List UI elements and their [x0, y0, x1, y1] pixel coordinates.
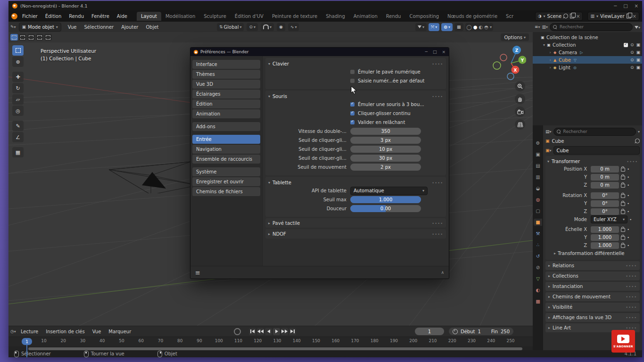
tool-select-box[interactable]: [12, 45, 24, 56]
shading-dropdown-icon[interactable]: ▾: [490, 25, 492, 29]
properties-tab-scene[interactable]: ◒: [534, 185, 542, 192]
panel-chemins-de-mouvement[interactable]: ▸Chemins de mouvement∙∙∙∙: [545, 292, 640, 301]
tool-transform[interactable]: ◎: [12, 106, 24, 116]
expand-chevron-icon[interactable]: ▾: [542, 43, 546, 47]
tab-sculpture[interactable]: Sculpture: [199, 12, 231, 21]
snap-toggle[interactable]: ▾: [261, 23, 274, 31]
outliner-search-input[interactable]: [559, 24, 629, 30]
mouse-field-seuil-de-cliquer-gli[interactable]: 10 px: [350, 146, 421, 153]
disable-render-camera-icon[interactable]: ▣: [636, 58, 640, 62]
falloff-selector[interactable]: ∿▾: [288, 23, 299, 31]
unlock-icon[interactable]: [621, 168, 625, 172]
next-keyframe-button[interactable]: [281, 328, 288, 335]
pivot-selector[interactable]: ⊙▾: [247, 23, 258, 31]
tab-animation[interactable]: Animation: [349, 12, 382, 21]
menu-rendu[interactable]: Rendu: [65, 12, 88, 20]
panel-visibilite[interactable]: ▸Visibilité∙∙∙∙: [545, 303, 640, 312]
close-button[interactable]: ×: [442, 49, 446, 54]
unlock-icon[interactable]: [621, 194, 625, 198]
toggle-ortho-icon[interactable]: [515, 119, 525, 130]
select-mode-intersect[interactable]: [44, 34, 52, 41]
outliner-search[interactable]: [550, 23, 633, 31]
properties-tab-world[interactable]: ◍: [534, 196, 542, 203]
tablet-api-dropdown[interactable]: Automatique▾: [350, 187, 428, 195]
grip-icon[interactable]: ∙∙∙∙: [626, 263, 637, 268]
frame-range-widget[interactable]: Début 1 Fin 250: [449, 328, 513, 335]
timeline-menu-vue[interactable]: Vue: [89, 328, 105, 336]
animate-dot-icon[interactable]: ∙: [627, 243, 629, 247]
outliner-row-collection[interactable]: ▾▣Collection⊙▣: [533, 41, 642, 49]
grip-icon[interactable]: ∙∙∙∙: [432, 221, 443, 225]
animate-dot-icon[interactable]: ∙: [629, 217, 632, 222]
delta-transform-header[interactable]: ▸ Transformation différentielle: [547, 249, 638, 257]
hide-eye-icon[interactable]: ⊙: [630, 65, 634, 70]
properties-tab-view-layer[interactable]: ▥: [534, 173, 542, 181]
hide-eye-icon[interactable]: ⊙: [630, 42, 634, 47]
scroll-up-hint-icon[interactable]: ∧: [441, 270, 444, 275]
minimize-button[interactable]: ─: [425, 49, 428, 54]
grip-icon[interactable]: ∙∙∙∙: [627, 159, 638, 164]
visibility-filter-button[interactable]: ▾: [415, 23, 427, 31]
prefs-section-ndof[interactable]: ▸NDOF∙∙∙∙: [265, 229, 446, 239]
current-frame-field[interactable]: 1: [415, 328, 444, 335]
mouse-checkbox-valider-en-relachant[interactable]: [350, 120, 355, 124]
properties-tab-data[interactable]: ▽: [534, 275, 542, 282]
grip-icon[interactable]: ∙∙∙∙: [626, 315, 637, 320]
grip-icon[interactable]: ∙∙∙∙: [432, 62, 443, 66]
outliner-display-mode-icon[interactable]: ≡▾: [535, 25, 540, 29]
prefs-sidebar-entree[interactable]: Entrée: [192, 135, 260, 144]
panel-affichage-dans-la-vue-3d[interactable]: ▸Affichage dans la vue 3D∙∙∙∙: [545, 313, 640, 322]
properties-tab-particles[interactable]: ∴: [534, 241, 542, 248]
prefs-sidebar-navigation[interactable]: Navigation: [192, 145, 260, 154]
keyboard-checkbox-emuler-le-pave-numerique[interactable]: [350, 70, 355, 74]
properties-tab-output[interactable]: ▤: [534, 162, 542, 169]
tab-layout[interactable]: Layout: [137, 12, 161, 21]
grip-icon[interactable]: ∙∙∙∙: [626, 274, 637, 278]
pin-icon[interactable]: [562, 13, 569, 19]
prev-keyframe-button[interactable]: [257, 328, 264, 335]
transform-position-value[interactable]: 0 m: [591, 182, 619, 189]
auto-keying-record-icon[interactable]: [234, 328, 241, 335]
disable-render-camera-icon[interactable]: ▣: [636, 65, 640, 70]
pin-icon[interactable]: [634, 138, 641, 144]
tab-rendu[interactable]: Rendu: [382, 12, 405, 21]
menu-aide[interactable]: Aide: [113, 12, 131, 20]
prefs-sidebar-systeme[interactable]: Système: [192, 167, 260, 176]
disable-render-camera-icon[interactable]: ▣: [636, 42, 640, 47]
youtube-subscribe-badge[interactable]: S'ABONNER: [611, 330, 635, 353]
panel-relations[interactable]: ▸Relations∙∙∙∙: [545, 261, 640, 270]
transform-panel-header[interactable]: ▾ Transformer ∙∙∙∙: [547, 157, 638, 165]
minimize-button[interactable]: ─: [614, 3, 617, 8]
close-button[interactable]: ×: [635, 3, 638, 8]
start-frame-value[interactable]: 1: [478, 329, 480, 334]
rotation-mode-dropdown[interactable]: Euler XYZ▾: [591, 215, 627, 223]
tab-modelisation[interactable]: Modélisation: [161, 12, 199, 21]
jump-start-button[interactable]: [249, 328, 256, 335]
prefs-sidebar-vue-3d[interactable]: Vue 3D: [192, 80, 260, 89]
prefs-section-pave-tactile[interactable]: ▸Pavé tactile∙∙∙∙: [265, 218, 446, 228]
prefs-sidebar-chemins-de-fichiers[interactable]: Chemins de fichiers: [192, 187, 260, 196]
transform-scale-value[interactable]: 1.000: [591, 242, 619, 249]
outliner-row-light[interactable]: ›◉Light◎⊙▣: [533, 64, 642, 71]
unlock-icon[interactable]: [621, 202, 625, 206]
unlink-scene-icon[interactable]: ×: [576, 14, 580, 19]
mouse-field-seuil-de-cliquer-gli[interactable]: 3 px: [350, 137, 421, 144]
unlock-icon[interactable]: [621, 244, 625, 248]
timeline-ruler[interactable]: 1 10203040506070809010011012013014015016…: [8, 337, 533, 346]
properties-tab-render[interactable]: ▣: [534, 151, 542, 158]
tablet-section-header[interactable]: ▾ Tablette ∙∙∙∙: [268, 179, 443, 186]
prefs-sidebar-eclairages[interactable]: Éclairages: [192, 90, 260, 99]
prefs-sidebar-add-ons[interactable]: Add-ons: [192, 122, 260, 131]
tool-rotate[interactable]: ↻: [12, 83, 24, 93]
tool-move[interactable]: ✚: [12, 72, 24, 82]
grip-icon[interactable]: ∙∙∙∙: [626, 284, 637, 288]
prefs-sidebar-interface[interactable]: Interface: [192, 60, 260, 69]
keyboard-section-header[interactable]: ▾ Clavier ∙∙∙∙: [268, 60, 443, 67]
grip-icon[interactable]: ∙∙∙∙: [626, 326, 637, 330]
scene-selector[interactable]: ◑▾ Scene ×: [535, 12, 583, 21]
tool-cursor[interactable]: ⊕: [12, 57, 24, 67]
properties-tab-collection[interactable]: ▢: [534, 207, 542, 214]
mouse-checkbox-cliquer-glisser-continu[interactable]: [350, 111, 355, 115]
blender-menu-icon[interactable]: [11, 13, 17, 19]
properties-search-input[interactable]: [562, 129, 633, 134]
